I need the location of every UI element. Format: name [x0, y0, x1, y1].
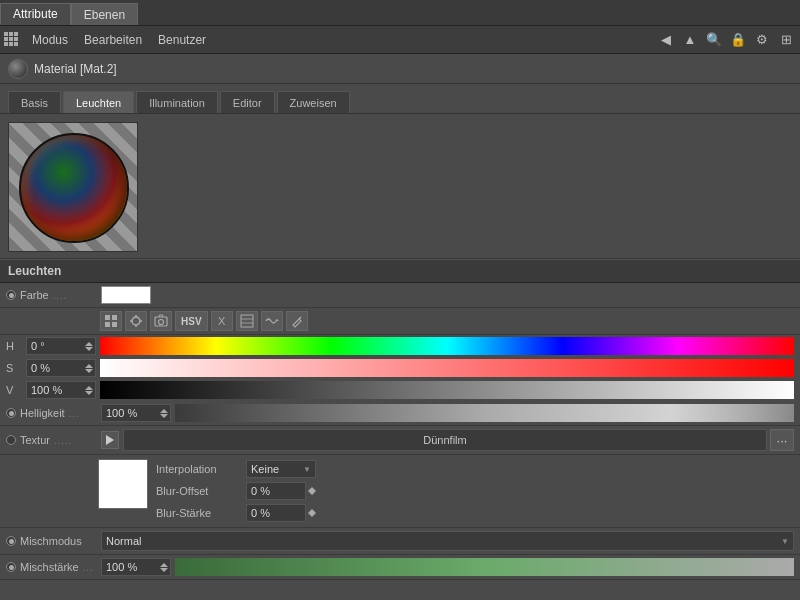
wave-btn[interactable] — [261, 311, 283, 331]
texture-btn[interactable] — [100, 311, 122, 331]
mischstaerke-label: Mischstärke . . . — [6, 561, 101, 573]
tab-attribute[interactable]: Attribute — [0, 3, 71, 25]
sat-slider[interactable] — [100, 359, 794, 377]
helligkeit-radio[interactable] — [6, 408, 16, 418]
farbe-text: Farbe — [20, 289, 49, 301]
blur-offset-down[interactable] — [308, 491, 316, 495]
textur-text: Textur — [20, 434, 50, 446]
mischstaerke-value[interactable]: 100 % — [101, 558, 171, 576]
helligkeit-value[interactable]: 100 % — [101, 404, 171, 422]
mischstaerke-bar[interactable] — [175, 558, 794, 576]
search-icon[interactable]: 🔍 — [704, 30, 724, 50]
helligkeit-text: Helligkeit — [20, 407, 65, 419]
tab-illumination[interactable]: Illumination — [136, 91, 218, 113]
v-value[interactable]: 100 % — [26, 381, 96, 399]
mischstaerke-spinners[interactable] — [160, 563, 168, 572]
hsv-btn[interactable]: HSV — [175, 311, 208, 331]
menu-bearbeiten[interactable]: Bearbeiten — [76, 31, 150, 49]
pattern-btn[interactable] — [236, 311, 258, 331]
material-preview-ball — [8, 59, 28, 79]
menu-modus[interactable]: Modus — [24, 31, 76, 49]
blur-offset-row: Blur-Offset 0 % — [156, 481, 316, 501]
farbe-dots: . . . . — [53, 290, 65, 301]
svg-rect-1 — [112, 315, 117, 320]
s-label: S — [6, 362, 26, 374]
menu-benutzer[interactable]: Benutzer — [150, 31, 214, 49]
material-sphere — [19, 133, 129, 243]
mischstaerke-text: Mischstärke — [20, 561, 79, 573]
farbe-row: Farbe . . . . — [0, 283, 800, 308]
s-value[interactable]: 0 % — [26, 359, 96, 377]
camera-btn[interactable] — [150, 311, 172, 331]
color-controls-row: HSV X — [0, 308, 800, 335]
settings-icon[interactable]: ⚙ — [752, 30, 772, 50]
textur-radio[interactable] — [6, 435, 16, 445]
light-btn[interactable] — [125, 311, 147, 331]
textur-label: Textur . . . . . — [6, 434, 101, 446]
mischstaerke-radio[interactable] — [6, 562, 16, 572]
mischmodus-label: Mischmodus — [6, 535, 101, 547]
mischstaerke-row: Mischstärke . . . 100 % — [0, 555, 800, 580]
mischmodus-text: Mischmodus — [20, 535, 82, 547]
s-down-arrow[interactable] — [85, 369, 93, 373]
s-up-arrow[interactable] — [85, 364, 93, 368]
v-down-arrow[interactable] — [85, 391, 93, 395]
helligkeit-label: Helligkeit . . . — [6, 407, 101, 419]
blur-staerke-down[interactable] — [308, 513, 316, 517]
h-label: H — [6, 340, 26, 352]
helligkeit-spinners[interactable] — [160, 409, 168, 418]
blur-offset-spin[interactable] — [308, 487, 316, 495]
helligkeit-bar[interactable] — [175, 404, 794, 422]
helligkeit-up-arrow[interactable] — [160, 409, 168, 413]
helligkeit-down-arrow[interactable] — [160, 414, 168, 418]
svg-rect-0 — [105, 315, 110, 320]
tab-ebenen[interactable]: Ebenen — [71, 3, 138, 25]
textur-play-btn[interactable] — [101, 431, 119, 449]
lock-icon[interactable]: 🔒 — [728, 30, 748, 50]
val-slider[interactable] — [100, 381, 794, 399]
svg-point-4 — [132, 317, 140, 325]
tab-editor[interactable]: Editor — [220, 91, 275, 113]
textur-dots-btn[interactable]: ··· — [770, 429, 794, 451]
blur-staerke-spin[interactable] — [308, 509, 316, 517]
svg-rect-11 — [241, 315, 253, 327]
pen-btn[interactable] — [286, 311, 308, 331]
material-title: Material [Mat.2] — [34, 62, 117, 76]
h-value[interactable]: 0 ° — [26, 337, 96, 355]
blur-staerke-value[interactable]: 0 % — [246, 504, 306, 522]
menu-bar: Modus Bearbeiten Benutzer ◀ ▲ 🔍 🔒 ⚙ ⊞ — [0, 26, 800, 54]
more-icon[interactable]: ⊞ — [776, 30, 796, 50]
s-spinners[interactable] — [85, 364, 93, 373]
sub-tab-bar: Basis Leuchten Illumination Editor Zuwei… — [0, 84, 800, 114]
mischmodus-dropdown[interactable]: Normal — [101, 531, 794, 551]
color-swatch[interactable] — [101, 286, 151, 304]
v-spinners[interactable] — [85, 386, 93, 395]
blur-offset-value[interactable]: 0 % — [246, 482, 306, 500]
farbe-radio[interactable] — [6, 290, 16, 300]
arrow-left-icon[interactable]: ◀ — [656, 30, 676, 50]
textur-row: Textur . . . . . Dünnfilm ··· — [0, 426, 800, 455]
grid-icon — [4, 32, 20, 48]
textur-name-bar: Dünnfilm — [123, 429, 767, 451]
arrow-right-icon[interactable]: ▲ — [680, 30, 700, 50]
h-down-arrow[interactable] — [85, 347, 93, 351]
x-btn[interactable]: X — [211, 311, 233, 331]
mischstaerke-up[interactable] — [160, 563, 168, 567]
preview-area — [0, 114, 800, 259]
tab-zuweisen[interactable]: Zuweisen — [277, 91, 350, 113]
interpolation-row: Interpolation Keine — [156, 459, 316, 479]
material-preview-canvas — [8, 122, 138, 252]
s-row: S 0 % — [0, 357, 800, 379]
h-up-arrow[interactable] — [85, 342, 93, 346]
top-tab-bar: Attribute Ebenen — [0, 0, 800, 26]
hue-slider[interactable] — [100, 337, 794, 355]
mischstaerke-down[interactable] — [160, 568, 168, 572]
interpolation-dropdown[interactable]: Keine — [246, 460, 316, 478]
tab-basis[interactable]: Basis — [8, 91, 61, 113]
mischmodus-radio[interactable] — [6, 536, 16, 546]
tab-leuchten[interactable]: Leuchten — [63, 91, 134, 113]
h-spinners[interactable] — [85, 342, 93, 351]
v-up-arrow[interactable] — [85, 386, 93, 390]
helligkeit-row: Helligkeit . . . 100 % — [0, 401, 800, 426]
blur-staerke-row: Blur-Stärke 0 % — [156, 503, 316, 523]
